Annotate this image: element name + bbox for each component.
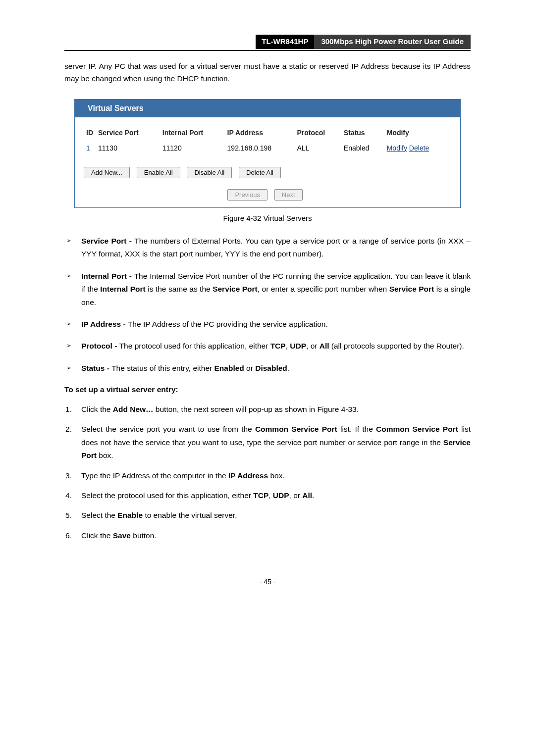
step-2: Select the service port you want to use … [64, 423, 471, 462]
term-text: The numbers of External Ports. You can t… [81, 237, 471, 258]
next-button[interactable]: Next [274, 189, 303, 201]
delete-all-button[interactable]: Delete All [239, 167, 281, 178]
bullet-protocol: Protocol - The protocol used for this ap… [64, 340, 471, 353]
col-internal-port: Internal Port [160, 125, 225, 141]
cell-status: Enabled [341, 141, 384, 156]
cell-protocol: ALL [294, 141, 341, 156]
cell-modify: Modify Delete [384, 141, 451, 156]
term-label: Internal Port [81, 272, 127, 280]
steps-list: Click the Add New… button, the next scre… [64, 403, 471, 542]
modify-link[interactable]: Modify [387, 144, 407, 152]
disable-all-button[interactable]: Disable All [187, 167, 232, 178]
previous-button[interactable]: Previous [227, 189, 268, 201]
cell-service-port: 11130 [96, 141, 160, 156]
definition-list: Service Port - The numbers of External P… [64, 235, 471, 375]
virtual-servers-table: ID Service Port Internal Port IP Address… [84, 125, 451, 156]
term-label: IP Address - [81, 320, 128, 328]
table-header-row: ID Service Port Internal Port IP Address… [84, 125, 451, 141]
term-label: Service Port - [81, 237, 134, 245]
cell-index: 1 [84, 141, 96, 156]
col-modify: Modify [384, 125, 451, 141]
nav-button-row: Previous Next [84, 189, 451, 201]
header-guide-title: 300Mbps High Power Router User Guide [314, 35, 471, 49]
bullet-service-port: Service Port - The numbers of External P… [64, 235, 471, 261]
step-6: Click the Save button. [64, 529, 471, 542]
header-model: TL-WR841HP [256, 35, 314, 49]
term-text: The IP Address of the PC providing the s… [128, 320, 328, 328]
page-number: - 45 - [64, 577, 471, 587]
bullet-ip-address: IP Address - The IP Address of the PC pr… [64, 318, 471, 331]
intro-paragraph: server IP. Any PC that was used for a vi… [64, 60, 471, 85]
term-label: Protocol - [81, 342, 119, 350]
col-status: Status [341, 125, 384, 141]
col-service-port: Service Port [96, 125, 160, 141]
col-ip-address: IP Address [225, 125, 295, 141]
cell-internal-port: 11120 [160, 141, 225, 156]
step-1: Click the Add New… button, the next scre… [64, 403, 471, 416]
panel-title: Virtual Servers [75, 100, 460, 117]
delete-link[interactable]: Delete [409, 144, 429, 152]
figure-caption: Figure 4-32 Virtual Servers [64, 213, 471, 224]
add-new-button[interactable]: Add New... [84, 167, 130, 178]
col-protocol: Protocol [294, 125, 341, 141]
step-3: Type the IP Address of the computer in t… [64, 469, 471, 482]
col-id: ID [84, 125, 96, 141]
virtual-servers-panel: Virtual Servers ID Service Port Internal… [74, 99, 461, 208]
term-label: Status - [81, 364, 111, 372]
cell-ip-address: 192.168.0.198 [225, 141, 295, 156]
step-4: Select the protocol used for this applic… [64, 489, 471, 502]
bullet-status: Status - The status of this entry, eithe… [64, 362, 471, 375]
table-row: 1 11130 11120 192.168.0.198 ALL Enabled … [84, 141, 451, 156]
bullet-internal-port: Internal Port - The Internal Service Por… [64, 270, 471, 309]
instruction-heading: To set up a virtual server entry: [64, 384, 471, 395]
enable-all-button[interactable]: Enable All [137, 167, 180, 178]
button-row: Add New... Enable All Disable All Delete… [84, 167, 451, 178]
page-header: TL-WR841HP 300Mbps High Power Router Use… [64, 35, 471, 51]
step-5: Select the Enable to enable the virtual … [64, 509, 471, 522]
